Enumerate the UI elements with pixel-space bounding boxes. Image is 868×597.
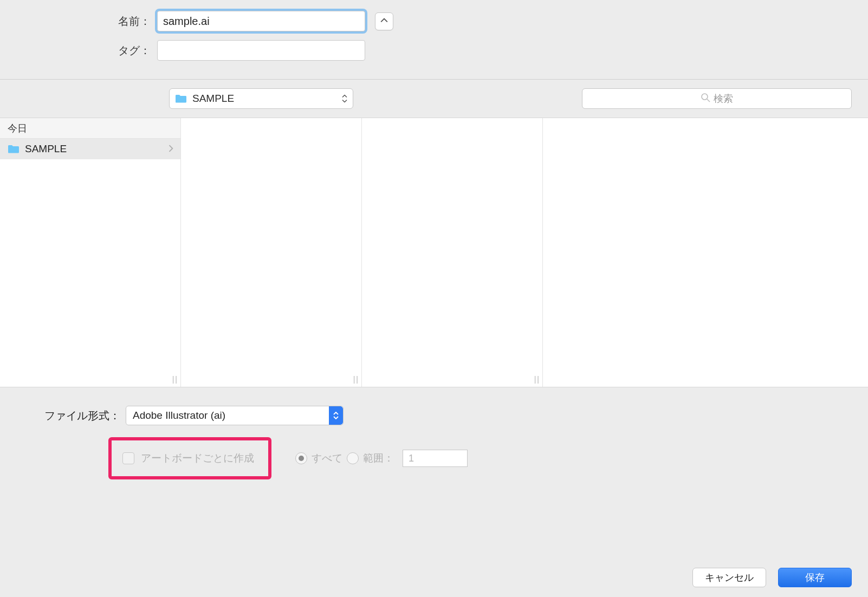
svg-point-0 (702, 94, 708, 100)
radio-range[interactable] (347, 452, 359, 464)
top-section: 名前： タグ： (0, 0, 868, 79)
fileformat-value: Adobe Illustrator (ai) (133, 410, 225, 421)
radio-all[interactable] (295, 452, 307, 464)
browser-column-3: || (362, 118, 543, 387)
chevron-up-icon (380, 15, 388, 27)
column-header-today: 今日 (0, 118, 180, 139)
cancel-button[interactable]: キャンセル (692, 568, 766, 587)
dialog-footer: キャンセル 保存 (692, 568, 852, 587)
location-name: SAMPLE (192, 93, 234, 105)
filename-row: 名前： (0, 11, 868, 31)
svg-line-1 (707, 99, 710, 102)
updown-icon (329, 406, 343, 425)
artboard-highlight-box: アートボードごとに作成 (108, 437, 271, 479)
options-pane: ファイル形式： Adobe Illustrator (ai) アートボードごとに… (0, 387, 868, 485)
search-input[interactable]: 検索 (582, 88, 852, 109)
radio-range-label: 範囲： (363, 451, 394, 465)
tags-label: タグ： (0, 43, 157, 58)
browser-column-1: 今日 SAMPLE || (0, 118, 181, 387)
column-resize-handle[interactable]: || (172, 375, 178, 384)
search-icon (701, 93, 714, 105)
tags-input[interactable] (157, 40, 365, 61)
sidebar-item-label: SAMPLE (25, 143, 67, 155)
artboard-checkbox[interactable] (122, 452, 134, 464)
save-button[interactable]: 保存 (778, 568, 852, 587)
filename-label: 名前： (0, 14, 157, 29)
browser-column-4 (543, 118, 868, 387)
location-dropdown[interactable]: SAMPLE (169, 88, 353, 109)
toolbar: SAMPLE 検索 (0, 80, 868, 118)
sidebar-item-sample[interactable]: SAMPLE (0, 139, 180, 159)
artboard-checkbox-label: アートボードごとに作成 (141, 451, 254, 465)
filename-input[interactable] (157, 11, 365, 31)
artboard-row: アートボードごとに作成 すべて 範囲： (0, 437, 868, 479)
folder-icon (8, 144, 20, 154)
folder-icon (175, 94, 187, 103)
chevron-right-icon (169, 143, 174, 155)
column-resize-handle[interactable]: || (353, 375, 359, 384)
fileformat-row: ファイル形式： Adobe Illustrator (ai) (0, 406, 868, 425)
artboard-radio-group: すべて 範囲： (295, 450, 468, 467)
expand-button[interactable] (375, 12, 393, 30)
range-input[interactable] (403, 450, 468, 467)
browser-column-2: || (181, 118, 362, 387)
radio-all-label: すべて (312, 451, 342, 465)
fileformat-label: ファイル形式： (0, 408, 126, 423)
fileformat-select[interactable]: Adobe Illustrator (ai) (126, 406, 344, 425)
search-placeholder: 検索 (714, 92, 733, 105)
column-resize-handle[interactable]: || (534, 375, 540, 384)
updown-icon (342, 95, 347, 103)
file-browser: 今日 SAMPLE || || || (0, 118, 868, 387)
tags-row: タグ： (0, 40, 868, 61)
